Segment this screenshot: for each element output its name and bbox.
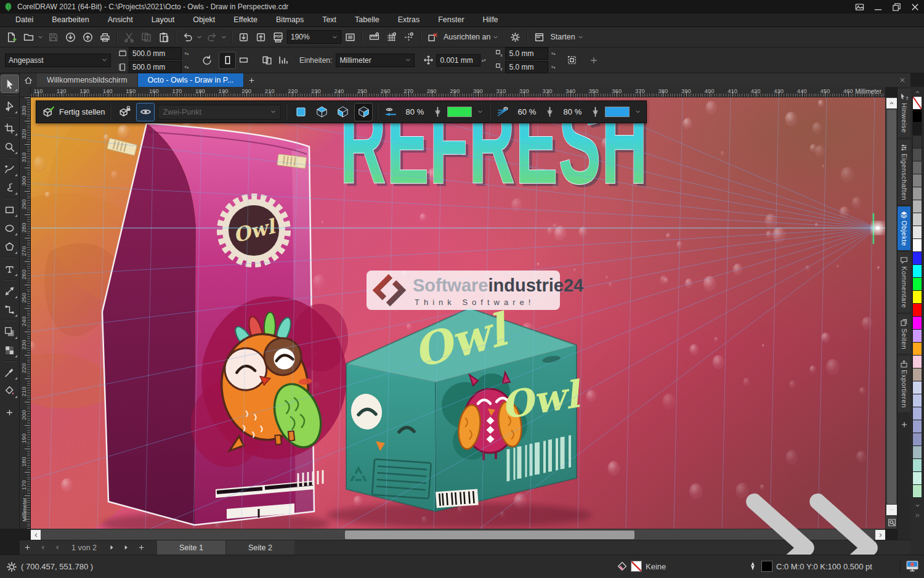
menu-item-ansicht[interactable]: Ansicht <box>99 14 142 26</box>
palette-swatch-bcc5e8[interactable] <box>912 394 922 407</box>
zoom-level-combo[interactable]: 190% <box>287 30 341 44</box>
last-page-button[interactable] <box>119 540 134 555</box>
docker-tab-exportieren[interactable]: Exportieren <box>898 356 911 412</box>
fullscreen-preview-button[interactable] <box>342 29 359 45</box>
palette-swatch-ffff00[interactable] <box>912 290 922 304</box>
autofit-page-button[interactable] <box>198 52 214 68</box>
shape-tool[interactable] <box>1 97 18 115</box>
text-tool[interactable] <box>1 260 18 277</box>
tab-welcome-screen[interactable]: Willkommensbildschirm <box>37 73 138 87</box>
current-page-button[interactable] <box>275 52 291 68</box>
add-page-button[interactable] <box>20 540 34 555</box>
zoom-tool[interactable] <box>1 138 18 155</box>
page-preset-combo[interactable]: Angepasst <box>5 54 111 67</box>
line-color-swatch[interactable] <box>447 107 472 117</box>
snap-off-button[interactable] <box>424 29 441 45</box>
options-button[interactable] <box>507 29 524 45</box>
palette-swatch-e6e6e6[interactable] <box>912 226 922 239</box>
plane-left-button[interactable] <box>334 104 351 121</box>
horizon-opacity-value[interactable]: 60 % <box>514 107 540 116</box>
launcher-dropdown[interactable] <box>578 29 585 45</box>
palette-swatch-b3b3b3[interactable] <box>912 200 922 213</box>
image-tray-icon[interactable] <box>850 0 869 14</box>
show-rulers-button[interactable] <box>366 29 383 45</box>
horizontal-scroll-thumb[interactable] <box>345 531 634 539</box>
print-button[interactable] <box>97 29 113 45</box>
import-button[interactable] <box>235 29 252 45</box>
ellipse-tool[interactable] <box>1 219 18 237</box>
publish-pdf-button[interactable]: PDF <box>270 29 286 45</box>
horizon-opacity-slider[interactable] <box>543 104 556 121</box>
export-button[interactable] <box>253 29 269 45</box>
cut-button[interactable] <box>121 29 137 45</box>
palette-scroll-down[interactable] <box>910 500 924 510</box>
show-perspective-button[interactable] <box>137 104 154 121</box>
plane-flat-button[interactable] <box>292 104 309 121</box>
menu-item-extras[interactable]: Extras <box>389 14 429 26</box>
palette-swatch-1a1a1a[interactable] <box>912 122 922 136</box>
restore-button[interactable] <box>887 0 906 14</box>
palette-swatch-00ffff[interactable] <box>912 264 922 278</box>
customize-toolbox-button[interactable] <box>1 404 18 421</box>
page-tab-2[interactable]: Seite 2 <box>225 540 294 555</box>
menu-item-datei[interactable]: Datei <box>6 14 43 26</box>
palette-swatch-c9f0e2[interactable] <box>912 471 922 485</box>
palette-expand[interactable] <box>910 510 924 520</box>
palette-swatch-808080[interactable] <box>912 174 922 187</box>
page-height-spinner[interactable]: ▾▴ <box>184 65 190 69</box>
lock-perspective-button[interactable] <box>116 104 133 121</box>
nudge-spinner[interactable]: ▴▾ <box>480 59 487 62</box>
palette-swatch-b4e6c2[interactable] <box>912 484 922 498</box>
docker-tab-objekte[interactable]: Objekte <box>898 206 911 250</box>
plane-right-button[interactable] <box>355 104 372 121</box>
connector-tool[interactable] <box>1 301 18 318</box>
line-opacity-slider[interactable] <box>431 104 444 121</box>
palette-swatch-ccd3ed[interactable] <box>912 381 922 394</box>
palette-swatch-000000[interactable] <box>912 109 922 123</box>
close-button[interactable] <box>906 0 924 14</box>
first-page-button[interactable] <box>34 540 49 555</box>
grid-opacity-slider[interactable] <box>589 104 601 121</box>
line-opacity-value[interactable]: 80 % <box>402 107 428 116</box>
open-dropdown[interactable] <box>38 29 44 45</box>
snap-to-label[interactable]: Ausrichten an <box>444 33 490 41</box>
launcher-button[interactable] <box>531 29 548 45</box>
pick-tool[interactable] <box>1 75 18 92</box>
transparency-tool[interactable] <box>1 341 18 359</box>
palette-swatch-aab1dd[interactable] <box>912 407 922 420</box>
docker-tab-kommentare[interactable]: Kommentare <box>898 252 911 312</box>
palette-swatch-b5a39a[interactable] <box>912 368 922 381</box>
cloud-save-button[interactable] <box>79 29 96 45</box>
undo-button[interactable] <box>179 29 196 45</box>
palette-swatch-f7cade[interactable] <box>912 355 922 368</box>
redo-button[interactable] <box>204 29 221 45</box>
tab-document[interactable]: Octo - Owls - Draw in P... <box>138 73 244 87</box>
artistic-media-tool[interactable] <box>1 179 18 196</box>
palette-swatch-ff0000[interactable] <box>912 303 922 317</box>
show-grid-button[interactable] <box>383 29 400 45</box>
palette-swatch-cf9aff[interactable] <box>912 329 922 343</box>
welcome-home-icon[interactable] <box>20 73 37 87</box>
save-button[interactable] <box>45 29 62 45</box>
palette-swatch-ff00ff[interactable] <box>912 316 922 330</box>
docker-tab-seiten[interactable]: Seiten <box>898 314 911 354</box>
snap-to-dropdown[interactable] <box>493 29 500 45</box>
next-page-button[interactable] <box>104 540 119 555</box>
menu-item-hilfe[interactable]: Hilfe <box>474 14 508 26</box>
page-tab-1[interactable]: Seite 1 <box>157 540 225 555</box>
add-docker-button[interactable] <box>898 417 911 434</box>
minimize-button[interactable] <box>869 0 887 14</box>
duplicate-x-spinner[interactable]: ▾▴ <box>550 52 556 55</box>
color-eyedropper-tool[interactable] <box>1 364 18 381</box>
vertical-scroll-thumb[interactable] <box>887 110 896 504</box>
menu-item-text[interactable]: Text <box>313 14 346 26</box>
palette-swatch-none[interactable] <box>912 96 922 110</box>
page-width-spinner[interactable]: ▾▴ <box>184 52 190 55</box>
duplicate-y-field[interactable]: 5.0 mm <box>505 61 548 73</box>
new-document-button[interactable] <box>3 29 20 45</box>
interactive-fill-tool[interactable] <box>1 382 18 399</box>
menu-item-tabelle[interactable]: Tabelle <box>346 14 389 26</box>
palette-swatch-a8ddd2[interactable] <box>912 458 922 472</box>
open-document-button[interactable] <box>20 29 37 45</box>
finish-button[interactable]: Fertig stellen <box>59 107 105 116</box>
